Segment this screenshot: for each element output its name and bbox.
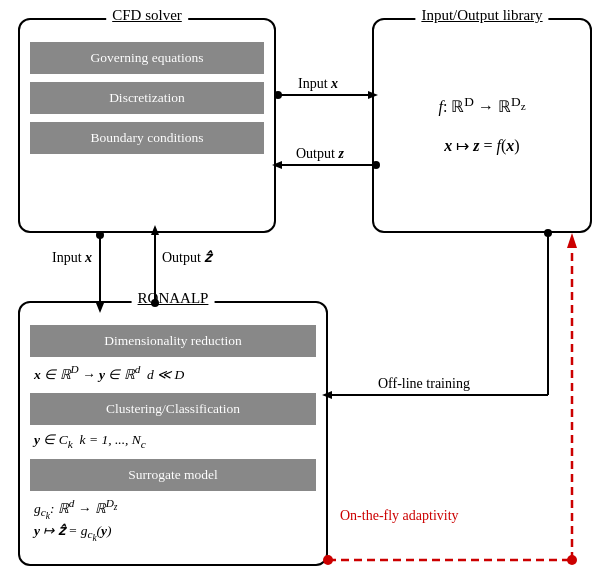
offline-training-label: Off-line training <box>378 376 470 391</box>
cfd-discretization-block: Discretization <box>30 82 264 114</box>
io-box: Input/Output library f: ℝD → ℝDz x ↦ z =… <box>372 18 592 233</box>
input-x-label: Input x <box>298 76 338 91</box>
ronaalp-dim-block: Dimensionality reduction <box>30 325 316 357</box>
output-z-label: Output z <box>296 146 344 161</box>
ronaalp-surr-block: Surrogate model <box>30 459 316 491</box>
cfd-governing-label: Governing equations <box>91 50 204 65</box>
ronaalp-title: RONAALP <box>132 290 215 307</box>
ronaalp-clust-block: Clustering/Classification <box>30 393 316 425</box>
cfd-box: CFD solver Governing equations Discretiz… <box>18 18 276 233</box>
on-the-fly-label: On-the-fly adaptivity <box>340 508 459 523</box>
io-formula-line2: x ↦ z = f(x) <box>438 130 525 162</box>
ronaalp-surr-label: Surrogate model <box>128 467 218 482</box>
io-title: Input/Output library <box>415 7 548 24</box>
ronaalp-text1: x ∈ ℝD → y ∈ ℝd d ≪ D <box>20 357 326 389</box>
svg-marker-17 <box>567 233 577 248</box>
cfd-title: CFD solver <box>106 7 188 24</box>
ronaalp-box: RONAALP Dimensionality reduction x ∈ ℝD … <box>18 301 328 566</box>
ronaalp-clust-label: Clustering/Classification <box>106 401 240 416</box>
svg-point-18 <box>567 555 577 565</box>
input-x-left-label: Input x <box>52 250 92 265</box>
cfd-boundary-block: Boundary conditions <box>30 122 264 154</box>
io-formula-line1: f: ℝD → ℝDz <box>438 89 525 123</box>
diagram: CFD solver Governing equations Discretiz… <box>0 0 610 584</box>
output-zhat-label: Output ẑ <box>162 250 214 265</box>
cfd-discretization-label: Discretization <box>109 90 185 105</box>
ronaalp-text2: y ∈ Ck k = 1, ..., Nc <box>20 425 326 456</box>
cfd-boundary-label: Boundary conditions <box>91 130 204 145</box>
ronaalp-text3: gck: ℝd → ℝDz y ↦ ẑ = gck(y) <box>20 491 326 549</box>
cfd-governing-block: Governing equations <box>30 42 264 74</box>
io-formula: f: ℝD → ℝDz x ↦ z = f(x) <box>438 89 525 161</box>
ronaalp-dim-label: Dimensionality reduction <box>104 333 242 348</box>
